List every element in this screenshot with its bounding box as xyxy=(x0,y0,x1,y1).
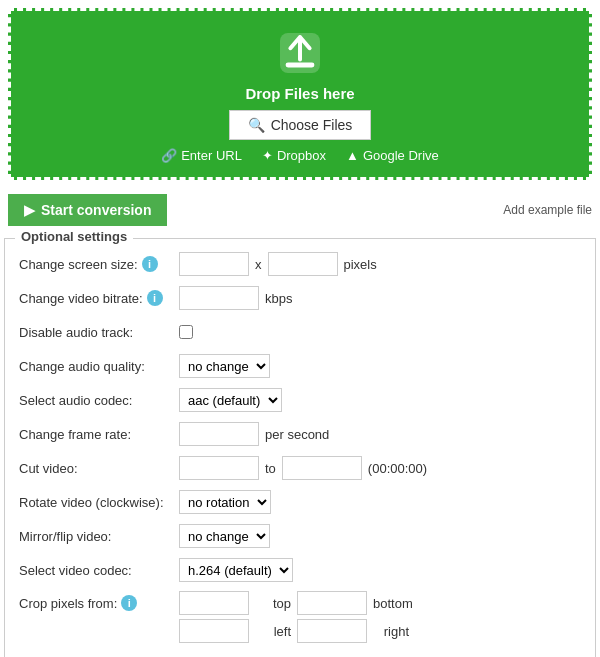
crop-top-input[interactable] xyxy=(179,591,249,615)
drop-zone[interactable]: Drop Files here 🔍 Choose Files 🔗 Enter U… xyxy=(8,8,592,180)
crop-top-label: top xyxy=(255,596,291,611)
add-example-link[interactable]: Add example file xyxy=(503,203,592,217)
google-drive-link[interactable]: ▲ Google Drive xyxy=(346,148,439,163)
audio-codec-row: Select audio codec: aac (default) mp3 og… xyxy=(19,387,581,413)
x-separator: x xyxy=(255,257,262,272)
crop-bottom-input[interactable] xyxy=(297,591,367,615)
svg-rect-1 xyxy=(286,63,315,68)
bitrate-control: kbps xyxy=(179,286,581,310)
screen-size-info-icon[interactable]: i xyxy=(142,256,158,272)
rotate-select[interactable]: no rotation 90° 180° 270° xyxy=(179,490,271,514)
dropbox-link[interactable]: ✦ Dropbox xyxy=(262,148,326,163)
disable-audio-checkbox[interactable] xyxy=(179,325,193,339)
per-second-label: per second xyxy=(265,427,329,442)
frame-rate-label: Change frame rate: xyxy=(19,427,179,442)
audio-codec-control: aac (default) mp3 ogg wav xyxy=(179,388,581,412)
crop-right-input[interactable] xyxy=(297,619,367,643)
start-conversion-button[interactable]: ▶ Start conversion xyxy=(8,194,167,226)
disable-audio-control xyxy=(179,325,581,339)
rotate-control: no rotation 90° 180° 270° xyxy=(179,490,581,514)
audio-quality-label: Change audio quality: xyxy=(19,359,179,374)
video-codec-control: h.264 (default) h.265 mpeg4 vp9 xyxy=(179,558,581,582)
cut-video-control: to (00:00:00) xyxy=(179,456,581,480)
dropbox-icon: ✦ xyxy=(262,148,273,163)
rotate-row: Rotate video (clockwise): no rotation 90… xyxy=(19,489,581,515)
drive-icon: ▲ xyxy=(346,148,359,163)
choose-files-label: Choose Files xyxy=(271,117,353,133)
drop-text: Drop Files here xyxy=(245,85,354,102)
frame-rate-control: per second xyxy=(179,422,581,446)
screen-height-input[interactable] xyxy=(268,252,338,276)
settings-legend: Optional settings xyxy=(15,229,133,244)
audio-quality-control: no change low medium high xyxy=(179,354,581,378)
mirror-label: Mirror/flip video: xyxy=(19,529,179,544)
cut-hint-label: (00:00:00) xyxy=(368,461,427,476)
audio-quality-row: Change audio quality: no change low medi… xyxy=(19,353,581,379)
video-codec-label: Select video codec: xyxy=(19,563,179,578)
screen-size-label: Change screen size: i xyxy=(19,256,179,272)
bitrate-input[interactable] xyxy=(179,286,259,310)
screen-size-control: x pixels xyxy=(179,252,581,276)
search-icon: 🔍 xyxy=(248,117,265,133)
video-codec-select[interactable]: h.264 (default) h.265 mpeg4 vp9 xyxy=(179,558,293,582)
screen-width-input[interactable] xyxy=(179,252,249,276)
frame-rate-row: Change frame rate: per second xyxy=(19,421,581,447)
drop-links-row: 🔗 Enter URL ✦ Dropbox ▲ Google Drive xyxy=(161,148,439,163)
settings-section: Optional settings Change screen size: i … xyxy=(4,238,596,657)
kbps-label: kbps xyxy=(265,291,292,306)
choose-files-button[interactable]: 🔍 Choose Files xyxy=(229,110,372,140)
bitrate-row: Change video bitrate: i kbps xyxy=(19,285,581,311)
toolbar: ▶ Start conversion Add example file xyxy=(0,188,600,232)
mirror-control: no change horizontal vertical xyxy=(179,524,581,548)
crop-left-input[interactable] xyxy=(179,619,249,643)
cut-end-input[interactable] xyxy=(282,456,362,480)
video-codec-row: Select video codec: h.264 (default) h.26… xyxy=(19,557,581,583)
audio-quality-select[interactable]: no change low medium high xyxy=(179,354,270,378)
mirror-row: Mirror/flip video: no change horizontal … xyxy=(19,523,581,549)
bitrate-label: Change video bitrate: i xyxy=(19,290,179,306)
crop-right-label: right xyxy=(373,624,409,639)
cut-video-label: Cut video: xyxy=(19,461,179,476)
crop-control: top bottom left right xyxy=(179,591,581,643)
play-icon: ▶ xyxy=(24,202,35,218)
crop-info-icon[interactable]: i xyxy=(121,595,137,611)
crop-left-row: left right xyxy=(179,619,409,643)
pixels-label: pixels xyxy=(344,257,377,272)
frame-rate-input[interactable] xyxy=(179,422,259,446)
upload-icon xyxy=(276,29,324,77)
crop-top-row: top bottom xyxy=(179,591,409,615)
enter-url-link[interactable]: 🔗 Enter URL xyxy=(161,148,242,163)
start-label: Start conversion xyxy=(41,202,151,218)
audio-codec-label: Select audio codec: xyxy=(19,393,179,408)
cut-to-label: to xyxy=(265,461,276,476)
disable-audio-row: Disable audio track: xyxy=(19,319,581,345)
cut-video-row: Cut video: to (00:00:00) xyxy=(19,455,581,481)
disable-audio-label: Disable audio track: xyxy=(19,325,179,340)
bitrate-info-icon[interactable]: i xyxy=(147,290,163,306)
crop-left-label: left xyxy=(255,624,291,639)
rotate-label: Rotate video (clockwise): xyxy=(19,495,179,510)
crop-bottom-label: bottom xyxy=(373,596,409,611)
link-icon: 🔗 xyxy=(161,148,177,163)
crop-label: Crop pixels from: i xyxy=(19,591,179,611)
crop-row: Crop pixels from: i top bottom left righ… xyxy=(19,591,581,643)
screen-size-row: Change screen size: i x pixels xyxy=(19,251,581,277)
audio-codec-select[interactable]: aac (default) mp3 ogg wav xyxy=(179,388,282,412)
mirror-select[interactable]: no change horizontal vertical xyxy=(179,524,270,548)
cut-start-input[interactable] xyxy=(179,456,259,480)
